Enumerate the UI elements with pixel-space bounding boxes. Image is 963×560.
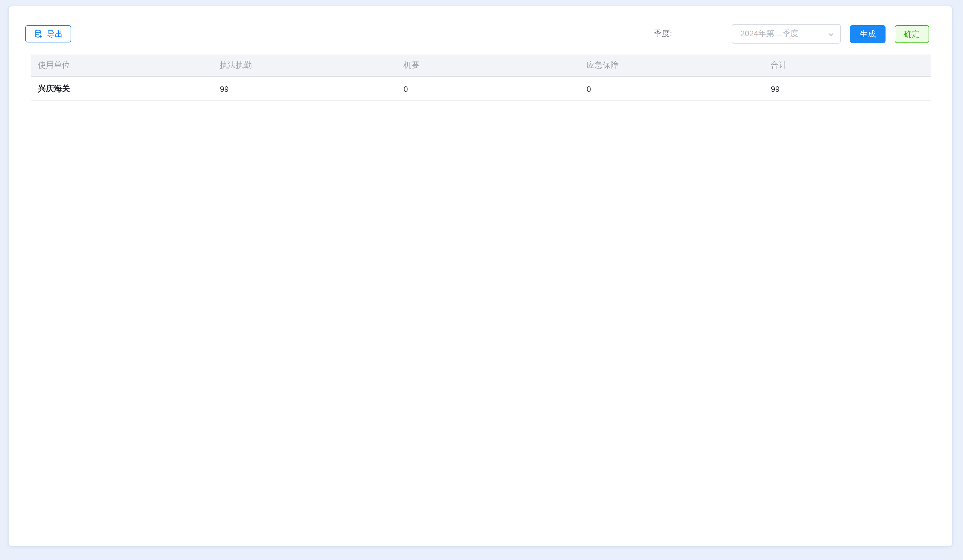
cell-confidential: 0 [397, 77, 580, 101]
quarter-select-value: 2024年第二季度 [740, 29, 798, 39]
page-background: 导出 季度: 2024年第二季度 生成 确定 使用单位 [0, 0, 963, 560]
table-header-row: 使用单位 执法执勤 机要 应急保障 合计 [31, 55, 931, 77]
cell-total: 99 [764, 77, 931, 101]
quarter-select[interactable]: 2024年第二季度 [732, 24, 841, 44]
content-card: 导出 季度: 2024年第二季度 生成 确定 使用单位 [8, 6, 953, 547]
generate-button[interactable]: 生成 [850, 25, 885, 43]
database-export-icon [34, 29, 43, 39]
confirm-button[interactable]: 确定 [895, 25, 929, 43]
export-button[interactable]: 导出 [25, 25, 71, 42]
cell-unit: 兴庆海关 [31, 77, 213, 101]
toolbar: 导出 季度: 2024年第二季度 生成 确定 [25, 24, 929, 44]
export-button-label: 导出 [47, 30, 63, 38]
cell-enforcement: 99 [213, 77, 397, 101]
report-table: 使用单位 执法执勤 机要 应急保障 合计 兴庆海关 99 0 0 99 [31, 55, 931, 101]
chevron-down-icon [828, 31, 835, 37]
column-header-enforcement: 执法执勤 [213, 55, 397, 77]
column-header-confidential: 机要 [397, 55, 580, 77]
table-row: 兴庆海关 99 0 0 99 [31, 77, 931, 101]
cell-emergency: 0 [580, 77, 764, 101]
column-header-emergency: 应急保障 [580, 55, 764, 77]
column-header-unit: 使用单位 [31, 55, 213, 77]
column-header-total: 合计 [764, 55, 931, 77]
quarter-label: 季度: [654, 29, 672, 39]
